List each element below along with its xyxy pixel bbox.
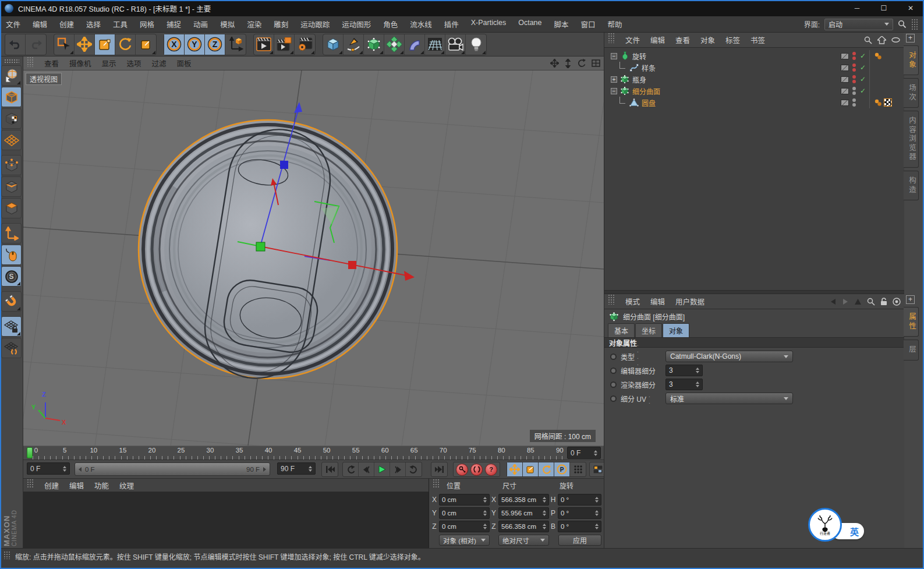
object-row-4[interactable]: 圆盘	[604, 97, 904, 108]
material-grip[interactable]	[27, 479, 34, 488]
apply-button[interactable]: 应用	[558, 535, 601, 546]
layer-toggle[interactable]	[841, 53, 849, 59]
expand-toggle[interactable]: −	[611, 88, 617, 94]
object-label[interactable]: 样条	[642, 63, 656, 73]
menubar-item-11[interactable]: 运动跟踪	[300, 19, 330, 30]
ime-logo[interactable]: 行走者	[808, 508, 842, 542]
menubar-item-12[interactable]: 运动图形	[342, 19, 371, 30]
next-frame-button[interactable]	[390, 462, 406, 476]
object-label[interactable]: 旋转	[632, 51, 646, 61]
end-frame-field[interactable]: 90 F	[277, 462, 316, 475]
keyframe-selection-button[interactable]	[590, 462, 606, 476]
maximize-button[interactable]: ☐	[870, 0, 897, 16]
parent-up-icon[interactable]	[854, 298, 862, 305]
add-camera-button[interactable]	[445, 34, 466, 55]
search-icon[interactable]	[864, 36, 872, 44]
goto-start-button[interactable]	[322, 462, 338, 476]
stepper-icon[interactable]	[595, 510, 599, 516]
search-icon[interactable]	[867, 298, 875, 306]
palette-grip[interactable]	[4, 59, 19, 63]
expand-toggle[interactable]: −	[611, 53, 617, 59]
x-axis-lock-button[interactable]: X	[164, 34, 185, 55]
points-mode-button[interactable]	[1, 155, 22, 175]
menubar-item-8[interactable]: 模拟	[220, 19, 235, 30]
stepper-icon[interactable]	[595, 524, 599, 529]
om-side-tab-2[interactable]: 内容浏览器	[904, 111, 919, 168]
texture-tag[interactable]	[884, 98, 892, 107]
om-menu-0[interactable]: 文件	[625, 34, 640, 45]
keying-options-button[interactable]: ?	[485, 464, 497, 476]
add-bend-deformer-button[interactable]	[405, 34, 425, 55]
menubar-item-4[interactable]: 工具	[113, 19, 128, 30]
make-editable-button[interactable]	[1, 65, 22, 86]
size-mode-dropdown[interactable]: 绝对尺寸	[498, 535, 549, 546]
status-grip[interactable]	[3, 551, 10, 559]
menubar-item-17[interactable]: Octane	[518, 19, 541, 30]
menubar-item-19[interactable]: 窗口	[581, 19, 596, 30]
param-circle-icon[interactable]	[610, 395, 617, 402]
menubar-item-20[interactable]: 帮助	[608, 19, 622, 30]
stepper-icon[interactable]	[483, 510, 487, 516]
am-menu-2[interactable]: 用户数据	[675, 296, 704, 307]
position-Y-field[interactable]: 0 cm	[439, 507, 490, 519]
key-scale-toggle[interactable]	[523, 462, 539, 476]
ime-indicator[interactable]: 英 行走者	[808, 508, 869, 544]
om-menu-1[interactable]: 编辑	[650, 34, 665, 45]
history-back-icon[interactable]	[830, 298, 837, 305]
param-circle-icon[interactable]	[610, 381, 617, 388]
om-menu-3[interactable]: 对象	[700, 34, 715, 45]
visibility-dots[interactable]	[852, 75, 856, 83]
menubar-item-9[interactable]: 渲染	[247, 19, 261, 30]
object-row-2[interactable]: +瓶身✓	[604, 73, 904, 85]
undo-button[interactable]	[5, 34, 26, 55]
om-side-tab-3[interactable]: 构造	[904, 171, 919, 200]
timeline-playhead[interactable]	[27, 447, 33, 458]
visibility-dots[interactable]	[852, 87, 856, 95]
object-row-0[interactable]: −旋转✓	[604, 50, 904, 62]
menubar-item-1[interactable]: 编辑	[33, 19, 47, 30]
object-label[interactable]: 细分曲面	[632, 86, 660, 96]
attribute-tab-0[interactable]: 基本	[608, 323, 635, 337]
search-icon[interactable]	[898, 20, 907, 29]
goto-previous-key-button[interactable]	[343, 462, 359, 476]
menubar-item-2[interactable]: 创建	[59, 19, 74, 30]
am-side-tab-1[interactable]: 层	[904, 340, 919, 361]
am-menu-1[interactable]: 编辑	[650, 296, 665, 307]
edges-mode-button[interactable]	[1, 176, 22, 197]
menubar-item-15[interactable]: 插件	[444, 19, 459, 30]
close-button[interactable]: ✕	[897, 0, 924, 16]
layer-toggle[interactable]	[841, 88, 849, 94]
coordinates-grip[interactable]	[433, 479, 440, 488]
live-selection-button[interactable]	[54, 34, 75, 55]
stepper-icon[interactable]	[594, 450, 597, 456]
panel-splitter[interactable]	[604, 290, 904, 294]
am-menu-0[interactable]: 模式	[625, 296, 640, 307]
scale-tool-button[interactable]	[95, 34, 115, 55]
focus-mode-icon[interactable]	[893, 298, 901, 306]
home-path-icon[interactable]	[877, 36, 886, 44]
menubar-item-3[interactable]: 选择	[86, 19, 101, 30]
menubar-item-10[interactable]: 雕刻	[274, 19, 288, 30]
menubar-item-16[interactable]: X-Particles	[471, 19, 506, 30]
enable-check[interactable]: ✓	[859, 63, 867, 72]
stepper-icon[interactable]	[543, 524, 546, 529]
viewport-canvas[interactable]: 透视视图	[23, 70, 604, 446]
enable-axis-button[interactable]	[1, 223, 22, 243]
om-menu-2[interactable]: 查看	[675, 34, 690, 45]
workplane-lock-button[interactable]	[1, 316, 22, 337]
om-side-tab-0[interactable]: 对象	[904, 45, 919, 75]
material-menu-0[interactable]: 创建	[44, 480, 59, 491]
material-list-area[interactable]	[23, 492, 429, 547]
render-subdivision-field[interactable]: 3	[665, 379, 703, 390]
history-forward-icon[interactable]	[842, 298, 849, 305]
key-parameter-toggle[interactable]: P	[554, 462, 570, 476]
zoom-view-icon[interactable]	[565, 59, 571, 68]
am-grip[interactable]	[608, 294, 615, 305]
key-rotation-toggle[interactable]	[539, 462, 554, 476]
menubar-item-0[interactable]: 文件	[6, 19, 20, 30]
viewport-menu-2[interactable]: 显示	[102, 58, 116, 69]
last-used-tool-button[interactable]	[136, 34, 156, 55]
key-position-toggle[interactable]	[507, 462, 523, 476]
add-spline-pen-button[interactable]	[344, 34, 364, 55]
range-right-arrow-icon[interactable]	[263, 467, 266, 472]
